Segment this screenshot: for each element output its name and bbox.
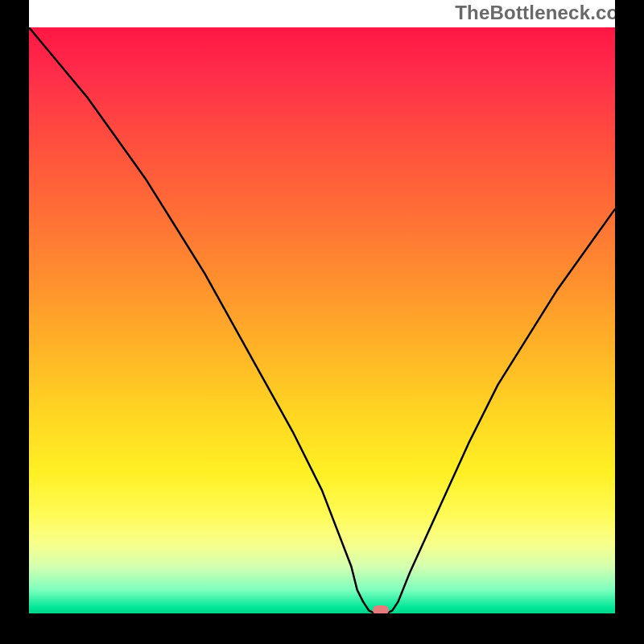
frame-right [615, 0, 644, 644]
chart-plot-area [29, 27, 615, 613]
attribution-text: TheBottleneck.com [455, 2, 636, 24]
chart-curve [29, 27, 615, 613]
frame-left [0, 0, 29, 644]
frame-bottom [0, 613, 644, 644]
